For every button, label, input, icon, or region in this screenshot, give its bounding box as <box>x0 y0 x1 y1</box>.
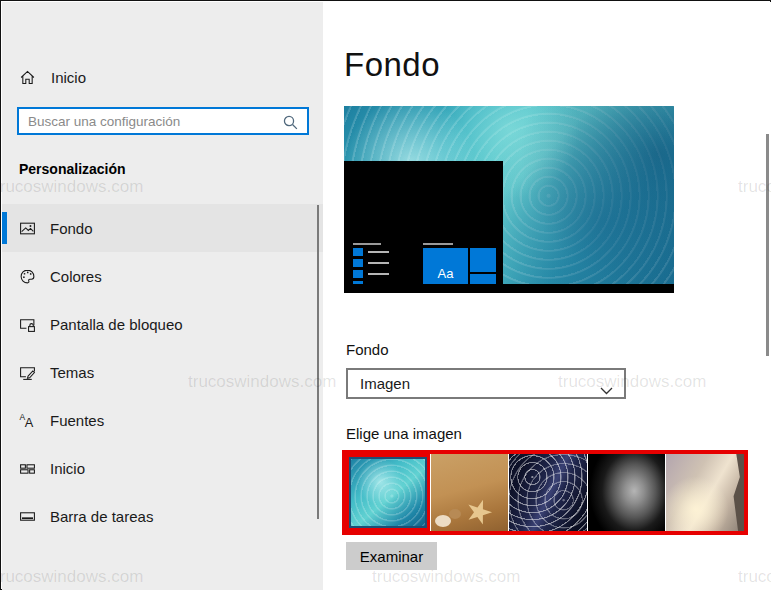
picture-icon <box>19 220 36 237</box>
shell-shape <box>449 509 461 519</box>
sidebar-item-fondo[interactable]: Fondo <box>2 204 323 252</box>
svg-text:A: A <box>25 414 34 428</box>
preview-tile <box>470 248 496 272</box>
search-box <box>17 107 309 135</box>
wallpaper-thumbnail-sand-starfish[interactable] <box>431 454 509 531</box>
preview-tiles-header-line <box>423 243 453 245</box>
sidebar-home-label: Inicio <box>51 69 86 86</box>
main-content: Fondo Aa Fo <box>323 2 771 590</box>
sidebar: Inicio Personalización Fondo Colores <box>2 2 323 590</box>
sidebar-item-label: Barra de tareas <box>50 508 153 525</box>
sidebar-item-label: Pantalla de bloqueo <box>50 316 183 333</box>
fonts-icon: AA <box>19 412 36 429</box>
wallpaper-thumbnail-lion[interactable] <box>588 454 666 531</box>
chevron-down-icon <box>600 381 613 398</box>
sidebar-item-pantalla-de-bloqueo[interactable]: Pantalla de bloqueo <box>2 300 323 348</box>
palette-icon <box>19 268 36 285</box>
starfish-shape <box>462 496 495 529</box>
preview-start-menu: Aa <box>344 161 503 284</box>
sidebar-item-label: Temas <box>50 364 94 381</box>
sidebar-item-colores[interactable]: Colores <box>2 252 323 300</box>
dropdown-selected-value: Imagen <box>360 375 410 392</box>
sidebar-item-temas[interactable]: Temas <box>2 348 323 396</box>
sidebar-item-label: Inicio <box>50 460 85 477</box>
lock-screen-icon <box>19 316 36 333</box>
preview-start-header-line <box>353 243 381 245</box>
search-input[interactable] <box>19 114 307 129</box>
page-title: Fondo <box>344 46 440 84</box>
preview-tile-aa-label: Aa <box>438 266 454 281</box>
settings-window: Configuración Inicio Personalización <box>0 0 771 590</box>
sidebar-item-inicio-start[interactable]: Inicio <box>2 444 323 492</box>
main-scrollbar[interactable] <box>766 134 769 356</box>
taskbar-icon <box>19 508 36 525</box>
sidebar-scrollbar[interactable] <box>317 205 319 519</box>
hand-silhouette <box>730 454 744 531</box>
shell-shape <box>435 515 451 527</box>
sidebar-nav: Fondo Colores Pantalla de bloqueo Temas <box>2 204 323 540</box>
wallpaper-thumbnail-clouds-hand[interactable] <box>666 454 744 531</box>
background-type-dropdown[interactable]: Imagen <box>346 368 626 399</box>
sidebar-item-barra-de-tareas[interactable]: Barra de tareas <box>2 492 323 540</box>
choose-image-label: Elige una imagen <box>346 425 462 442</box>
sidebar-item-home[interactable]: Inicio <box>2 59 323 95</box>
sidebar-item-label: Fuentes <box>50 412 104 429</box>
image-thumbnail-strip-annotated <box>342 450 748 535</box>
preview-taskbar <box>344 284 674 293</box>
start-tiles-icon <box>19 460 36 477</box>
background-dropdown-label: Fondo <box>346 341 389 358</box>
sidebar-item-label: Fondo <box>50 220 93 237</box>
home-icon <box>19 69 36 86</box>
desktop-preview: Aa <box>344 106 674 293</box>
search-icon[interactable] <box>282 114 299 135</box>
sidebar-item-label: Colores <box>50 268 102 285</box>
themes-icon <box>19 364 36 381</box>
sidebar-item-fuentes[interactable]: AA Fuentes <box>2 396 323 444</box>
wallpaper-thumbnail-milky-way[interactable] <box>509 454 587 531</box>
wallpaper-thumbnail-underwater-bubbles[interactable] <box>346 454 430 531</box>
browse-button[interactable]: Examinar <box>346 542 437 570</box>
sidebar-section-header: Personalización <box>19 161 126 177</box>
